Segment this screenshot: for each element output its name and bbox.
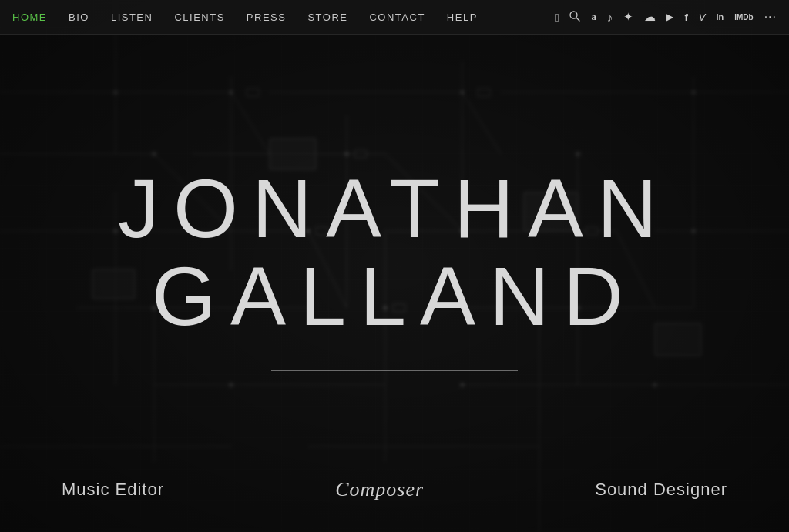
hero-content: JONATHAN GALLAND [0, 0, 789, 532]
main-nav: HOME BIO LISTEN CLIENTS PRESS STORE CONT… [0, 0, 789, 35]
music-note-icon[interactable]: ♪ [607, 11, 613, 24]
youtube-icon[interactable]: ▶ [666, 12, 673, 22]
nav-item-contact[interactable]: CONTACT [369, 12, 425, 23]
apple-icon[interactable]:  [555, 11, 559, 24]
hero-first-name: JONATHAN [118, 165, 671, 252]
amazon-icon[interactable]: a [591, 11, 596, 23]
bandcamp-icon[interactable]: ✦ [623, 10, 633, 24]
nav-item-listen[interactable]: LISTEN [111, 12, 153, 23]
soundcloud-icon[interactable]: ☁ [644, 10, 656, 24]
nav-links: HOME BIO LISTEN CLIENTS PRESS STORE CONT… [12, 12, 478, 23]
nav-item-help[interactable]: Help [447, 12, 478, 23]
facebook-icon[interactable]: f [684, 12, 687, 23]
hero-name: JONATHAN GALLAND [118, 165, 671, 340]
vimeo-icon[interactable]: V [699, 12, 706, 23]
nav-item-store[interactable]: STORE [307, 12, 347, 23]
nav-social-icons:  a ♪ ✦ ☁ ▶ f V in IMDb ··· [555, 10, 777, 24]
hero-last-name: GALLAND [118, 253, 671, 340]
imdb-icon[interactable]: IMDb [734, 13, 753, 22]
more-icon[interactable]: ··· [764, 10, 777, 24]
nav-item-press[interactable]: PRESS [247, 12, 287, 23]
svg-line-59 [576, 18, 579, 21]
search-icon[interactable] [569, 11, 580, 24]
nav-item-home[interactable]: HOME [12, 12, 47, 23]
nav-item-clients[interactable]: CLIENTS [174, 12, 224, 23]
hero-section: JONATHAN GALLAND Music Editor Composer S… [0, 0, 789, 532]
linkedin-icon[interactable]: in [716, 12, 724, 22]
hero-divider [271, 370, 518, 371]
nav-item-bio[interactable]: BIO [69, 12, 89, 23]
